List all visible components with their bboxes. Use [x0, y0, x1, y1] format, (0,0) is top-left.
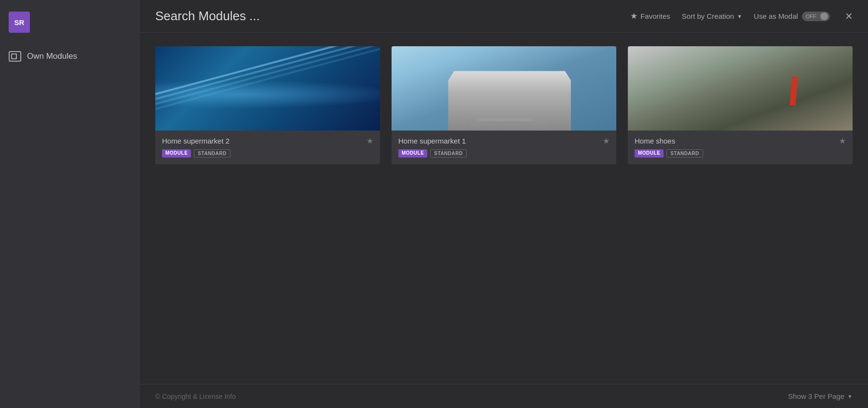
tag-standard-2: STANDARD	[430, 149, 466, 158]
module-name-row-3: Home shoes ★	[635, 136, 846, 145]
toggle-dot	[820, 13, 828, 20]
tag-module-2: MODULE	[398, 149, 427, 158]
module-star-3[interactable]: ★	[839, 136, 846, 145]
per-page-label: Show 3 Per Page	[788, 392, 844, 400]
module-thumbnail-1	[155, 46, 380, 131]
modal-toggle-label: Use as Modal	[754, 12, 798, 20]
per-page-chevron-icon: ▼	[847, 394, 853, 399]
header-actions: ★ Favorites Sort by Creation ▼ Use as Mo…	[630, 9, 853, 24]
favorites-button[interactable]: ★ Favorites	[630, 11, 670, 21]
app-logo: SR	[9, 12, 30, 33]
per-page-button[interactable]: Show 3 Per Page ▼	[788, 392, 853, 400]
module-name-row-1: Home supermarket 2 ★	[162, 136, 373, 145]
sidebar: SR Own Modules	[0, 0, 140, 408]
module-name-2: Home supermarket 1	[398, 137, 466, 145]
module-tags-3: MODULE STANDARD	[635, 149, 846, 158]
sort-button[interactable]: Sort by Creation ▼	[682, 12, 742, 20]
copyright-text: © Copyright & License Info	[155, 393, 236, 400]
sidebar-item-own-modules[interactable]: Own Modules	[0, 46, 140, 66]
module-card-2[interactable]: Home supermarket 1 ★ MODULE STANDARD	[392, 46, 616, 164]
module-tags-1: MODULE STANDARD	[162, 149, 373, 158]
use-as-modal-toggle: Use as Modal OFF	[754, 12, 830, 21]
tag-standard-3: STANDARD	[666, 149, 703, 158]
module-name-row-2: Home supermarket 1 ★	[398, 136, 610, 145]
module-info-2: Home supermarket 1 ★ MODULE STANDARD	[392, 131, 616, 164]
module-grid: Home supermarket 2 ★ MODULE STANDARD Hom…	[140, 33, 868, 384]
page-title: Search Modules ...	[155, 9, 621, 24]
header: Search Modules ... ★ Favorites Sort by C…	[140, 0, 868, 33]
module-icon	[9, 51, 21, 62]
favorites-label: Favorites	[640, 12, 670, 20]
module-tags-2: MODULE STANDARD	[398, 149, 610, 158]
main-content: Search Modules ... ★ Favorites Sort by C…	[140, 0, 868, 408]
module-info-3: Home shoes ★ MODULE STANDARD	[628, 131, 853, 164]
tag-standard-1: STANDARD	[194, 149, 230, 158]
toggle-switch[interactable]: OFF	[802, 12, 830, 21]
module-name-1: Home supermarket 2	[162, 137, 230, 145]
toggle-off-label: OFF	[804, 13, 818, 19]
module-name-3: Home shoes	[635, 137, 675, 145]
module-star-2[interactable]: ★	[603, 136, 610, 145]
module-card-3[interactable]: Home shoes ★ MODULE STANDARD	[628, 46, 853, 164]
tag-module-3: MODULE	[635, 149, 664, 158]
tag-module-1: MODULE	[162, 149, 191, 158]
star-icon: ★	[630, 11, 637, 21]
module-thumbnail-2	[392, 46, 616, 131]
close-button[interactable]: ×	[845, 9, 853, 24]
chevron-down-icon: ▼	[737, 13, 742, 19]
module-thumbnail-3	[628, 46, 853, 131]
sidebar-item-label: Own Modules	[27, 52, 77, 61]
module-star-1[interactable]: ★	[366, 136, 373, 145]
footer: © Copyright & License Info Show 3 Per Pa…	[140, 384, 868, 408]
module-card-1[interactable]: Home supermarket 2 ★ MODULE STANDARD	[155, 46, 380, 164]
sort-label: Sort by Creation	[682, 12, 734, 20]
module-info-1: Home supermarket 2 ★ MODULE STANDARD	[155, 131, 380, 164]
